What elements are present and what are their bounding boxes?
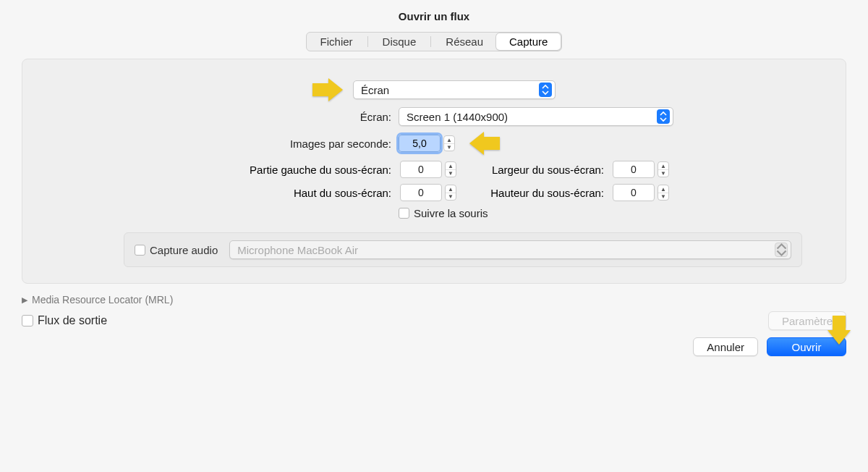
stepper-buttons[interactable]: ▲ ▼: [658, 185, 669, 201]
audio-capture-label: Capture audio: [150, 244, 218, 256]
mrl-disclosure[interactable]: ▶ Media Resource Locator (MRL): [22, 294, 846, 305]
stepper-buttons[interactable]: ▲ ▼: [658, 161, 669, 177]
output-stream-checkbox[interactable]: Flux de sortie: [22, 314, 107, 327]
output-stream-label: Flux de sortie: [38, 314, 107, 327]
screen-label: Écran:: [37, 111, 391, 123]
annotation-arrow-icon: [827, 316, 851, 346]
tab-capture[interactable]: Capture: [496, 33, 561, 50]
tab-disk[interactable]: Disque: [370, 33, 430, 50]
capture-source-value: Écran: [361, 84, 535, 96]
sub-left-stepper[interactable]: ▲ ▼: [400, 161, 456, 178]
sub-top-input[interactable]: [400, 184, 442, 201]
stepper-down-icon[interactable]: ▼: [446, 169, 456, 177]
stepper-up-icon[interactable]: ▲: [444, 136, 454, 143]
stepper-down-icon[interactable]: ▼: [444, 143, 454, 151]
stepper-down-icon[interactable]: ▼: [446, 193, 456, 200]
stepper-buttons[interactable]: ▲ ▼: [443, 135, 455, 151]
sub-width-input[interactable]: [613, 161, 655, 178]
stepper-up-icon[interactable]: ▲: [446, 185, 456, 193]
sub-height-input[interactable]: [613, 184, 655, 201]
stepper-down-icon[interactable]: ▼: [658, 193, 668, 200]
stepper-buttons[interactable]: ▲ ▼: [445, 185, 456, 201]
tab-network[interactable]: Réseau: [433, 33, 496, 50]
fps-input[interactable]: [399, 135, 441, 152]
audio-section: Capture audio Microphone MacBook Air: [124, 232, 802, 267]
open-stream-dialog: Ouvrir un flux Fichier Disque Réseau Cap…: [0, 0, 868, 472]
sub-left-input[interactable]: [400, 161, 442, 178]
follow-mouse-row: Suivre la souris: [37, 207, 831, 219]
checkbox-box-icon: [22, 315, 33, 326]
sub-width-stepper[interactable]: ▲ ▼: [613, 161, 669, 178]
fps-row: Images par seconde: ▲ ▼: [37, 132, 831, 155]
cancel-button[interactable]: Annuler: [693, 337, 758, 356]
annotation-arrow-icon: [312, 78, 346, 101]
stepper-buttons[interactable]: ▲ ▼: [445, 161, 456, 177]
capture-panel: Écran Écran: Screen 1 (1440x900): [22, 59, 846, 284]
sub-width-label: Largeur du sous-écran:: [474, 164, 604, 176]
sub-top-stepper[interactable]: ▲ ▼: [400, 184, 456, 201]
annotation-arrow-icon: [467, 132, 500, 155]
audio-capture-checkbox[interactable]: Capture audio: [135, 244, 218, 256]
popup-arrows-icon: [657, 109, 670, 124]
audio-device-popup: Microphone MacBook Air: [229, 240, 791, 259]
screen-select-value: Screen 1 (1440x900): [407, 111, 652, 123]
screen-select-popup[interactable]: Screen 1 (1440x900): [399, 107, 673, 126]
tab-separator: [430, 36, 431, 47]
popup-arrows-icon: [539, 83, 552, 97]
follow-mouse-checkbox[interactable]: Suivre la souris: [399, 207, 488, 219]
audio-device-value: Microphone MacBook Air: [237, 244, 770, 256]
popup-arrows-icon: [775, 243, 788, 257]
screen-select-row: Écran: Screen 1 (1440x900): [37, 107, 831, 126]
fps-stepper[interactable]: ▲ ▼: [399, 135, 455, 152]
checkbox-box-icon: [399, 208, 409, 219]
mrl-label: Media Resource Locator (MRL): [32, 294, 173, 305]
stepper-up-icon[interactable]: ▲: [658, 185, 668, 193]
stepper-down-icon[interactable]: ▼: [658, 169, 668, 177]
subscreen-row-1: Partie gauche du sous-écran: ▲ ▼ Largeur…: [37, 161, 831, 178]
checkbox-box-icon: [135, 245, 145, 256]
sub-height-stepper[interactable]: ▲ ▼: [613, 184, 669, 201]
stepper-up-icon[interactable]: ▲: [658, 162, 668, 169]
fps-label: Images par seconde:: [37, 138, 391, 150]
subscreen-row-2: Haut du sous-écran: ▲ ▼ Hauteur du sous-…: [37, 184, 831, 201]
chevron-right-icon: ▶: [22, 295, 27, 305]
output-row: Flux de sortie Paramètre: [22, 311, 846, 330]
sub-left-label: Partie gauche du sous-écran:: [37, 164, 391, 176]
titlebar: Ouvrir un flux: [0, 0, 868, 32]
sub-height-label: Hauteur du sous-écran:: [474, 187, 604, 199]
stepper-up-icon[interactable]: ▲: [446, 162, 456, 169]
source-tabs: Fichier Disque Réseau Capture: [306, 32, 563, 51]
tab-file[interactable]: Fichier: [307, 33, 366, 50]
source-row: Écran: [37, 78, 831, 101]
capture-source-popup[interactable]: Écran: [353, 80, 556, 99]
tab-separator: [367, 36, 368, 47]
dialog-buttons: Annuler Ouvrir: [0, 337, 846, 356]
dialog-title: Ouvrir un flux: [399, 10, 469, 22]
follow-mouse-label: Suivre la souris: [414, 207, 488, 219]
sub-top-label: Haut du sous-écran:: [37, 187, 391, 199]
